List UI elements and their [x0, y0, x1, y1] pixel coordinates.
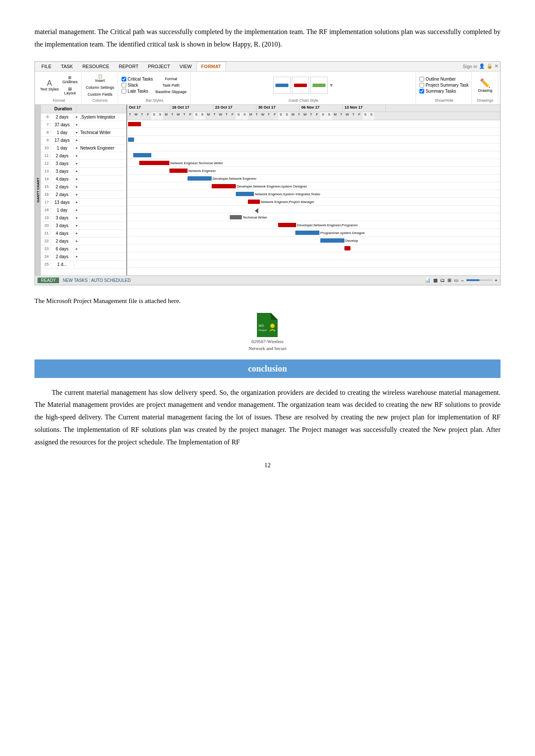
outline-number-checkbox-row[interactable]: Outline Number	[419, 77, 469, 81]
summary-tasks-checkbox-row[interactable]: Summary Tasks	[419, 89, 469, 94]
text-styles-button[interactable]: A Text Styles	[39, 78, 60, 92]
gantt-row-15[interactable]: 15 2 days ▸	[41, 183, 126, 191]
chart-row-20: Programmer,system Designe	[127, 229, 500, 237]
gantt-style-swatch-3[interactable]	[310, 77, 328, 94]
gantt-row-22[interactable]: 22 2 days ▸	[41, 237, 126, 245]
tab-format[interactable]: FORMAT	[197, 62, 226, 71]
bar-15	[236, 192, 254, 196]
status-icon-grid: ▦	[433, 278, 438, 283]
bar-label-11: Network Engineer,Technical Writer	[170, 161, 223, 165]
gridlines-button[interactable]: ⊞ Gridlines	[62, 75, 79, 85]
bar-16	[248, 200, 260, 204]
gantt-row-25[interactable]: 25 1 d...	[41, 261, 126, 269]
gantt-style-swatch-2[interactable]	[292, 77, 309, 94]
project-summary-task-checkbox-row[interactable]: Project Summary Task	[419, 83, 469, 87]
slack-checkbox-row[interactable]: Slack	[122, 83, 153, 87]
gantt-days-row: T W T F S S M T W T F S S M T W T	[127, 112, 500, 119]
status-ready: READY	[38, 278, 59, 283]
critical-tasks-checkbox-row[interactable]: Critical Tasks	[122, 77, 153, 81]
day-F2: F	[188, 112, 194, 119]
tab-view[interactable]: VIEW	[175, 62, 196, 71]
duration-header: Duration	[50, 106, 76, 112]
tab-report[interactable]: REPORT	[114, 62, 144, 71]
gantt-row-13[interactable]: 13 3 days ▸	[41, 168, 126, 175]
tab-resource[interactable]: RESOURCE	[78, 62, 114, 71]
day-M3: M	[248, 112, 254, 119]
gantt-chart-panel: Oct 17 16 Oct 17 23 Oct 17 30 Oct 17 06 …	[127, 105, 500, 275]
status-zoom-plus[interactable]: +	[495, 278, 497, 283]
bar-13	[188, 176, 212, 181]
gantt-row-11[interactable]: 11 2 days ▸	[41, 152, 126, 160]
column-settings-button[interactable]: Column Settings	[85, 84, 115, 91]
gantt-row-19[interactable]: 19 3 days ▸	[41, 214, 126, 222]
summary-tasks-checkbox[interactable]	[419, 89, 424, 94]
gantt-row-6[interactable]: 6 2 days ▸ ,System Integrator	[41, 113, 126, 121]
drawing-icon: ✏️	[480, 78, 491, 88]
show-hide-group: Outline Number Project Summary Task Summ…	[417, 72, 472, 103]
file-label-1: 629567-Wireless	[251, 339, 284, 344]
gantt-row-8[interactable]: 8 1 day ▸ Technical Writer	[41, 129, 126, 137]
gantt-style-swatch-1[interactable]	[273, 77, 291, 94]
tab-file[interactable]: FILE	[37, 62, 56, 71]
bar-12	[169, 169, 188, 173]
status-icon-chart: 📊	[425, 278, 431, 283]
bar-20	[295, 231, 319, 235]
ribbon-tabs: FILE TASK RESOURCE REPORT PROJECT VIEW F…	[35, 62, 500, 72]
slack-checkbox[interactable]	[122, 83, 126, 87]
gantt-row-23[interactable]: 23 6 days ▸	[41, 245, 126, 253]
drawings-group-label: Drawings	[477, 97, 494, 103]
tab-task[interactable]: TASK	[56, 62, 78, 71]
gantt-style-dropdown[interactable]: ▼	[329, 82, 334, 88]
gantt-row-17[interactable]: 17 13 days ▸	[41, 199, 126, 206]
gantt-row-20[interactable]: 20 3 days ▸	[41, 222, 126, 230]
chart-row-9	[127, 144, 500, 151]
project-summary-task-checkbox[interactable]	[419, 83, 424, 87]
custom-fields-button[interactable]: Custom Fields	[85, 91, 115, 97]
gantt-row-24[interactable]: 24 2 days ▸	[41, 253, 126, 261]
day-F5: F	[314, 112, 320, 119]
chart-row-16: Network Engineer,Project Manager	[127, 198, 500, 206]
day-T8: T	[266, 112, 272, 119]
format-button[interactable]: Format	[155, 76, 188, 82]
tab-project[interactable]: PROJECT	[143, 62, 175, 71]
caption-text: The Microsoft Project Management file is…	[34, 296, 501, 306]
gantt-row-10[interactable]: 10 1 day ▸ Network Engineer	[41, 144, 126, 152]
bar-19	[278, 223, 296, 227]
gantt-row-14[interactable]: 14 4 days ▸	[41, 175, 126, 183]
file-icon-box[interactable]: MS Project 629567-Wireless Network and S…	[249, 313, 287, 351]
row-num-header	[41, 108, 50, 109]
status-bar: READY NEW TASKS : AUTO SCHEDULED 📊 ▦ 🗂 ⊞…	[35, 275, 500, 285]
bar-14	[212, 184, 236, 188]
gantt-row-18[interactable]: 18 1 day ▸	[41, 206, 126, 214]
gantt-row-21[interactable]: 21 4 days ▸	[41, 230, 126, 237]
day-T3: T	[169, 112, 175, 119]
baseline-slippage-button[interactable]: Baseline Slippage	[155, 89, 188, 95]
outline-number-checkbox[interactable]	[419, 77, 424, 81]
late-tasks-checkbox[interactable]	[122, 89, 126, 94]
file-icon-svg: MS Project	[257, 313, 278, 337]
bar-8	[128, 137, 134, 142]
day-M5: M	[332, 112, 338, 119]
gantt-row-9[interactable]: 9 17 days ▸	[41, 137, 126, 144]
chart-row-23	[127, 252, 500, 260]
sign-in[interactable]: Sign in 👤 🔒 ✕	[463, 63, 498, 69]
critical-tasks-checkbox[interactable]	[122, 77, 126, 81]
chart-row-24	[127, 260, 500, 268]
bar-styles-group-label: Bar Styles	[146, 97, 163, 103]
status-zoom-minus[interactable]: –	[461, 278, 463, 283]
gantt-row-7[interactable]: 7 37 days ▸	[41, 121, 126, 129]
day-T9: T	[296, 112, 302, 119]
file-label-2: Network and Securi	[249, 346, 287, 351]
insert-button[interactable]: 📋 Insert	[85, 73, 115, 84]
layout-button[interactable]: ▤ Layout	[62, 86, 79, 96]
drawing-button[interactable]: ✏️ Drawing	[477, 77, 493, 94]
task-path-button[interactable]: Task Path	[155, 82, 188, 88]
gantt-row-16[interactable]: 16 2 days ▸	[41, 191, 126, 199]
day-T7: T	[254, 112, 260, 119]
chart-row-7	[127, 128, 500, 136]
bar-11	[139, 161, 169, 165]
gantt-row-12[interactable]: 12 3 days ▸	[41, 160, 126, 168]
day-M2: M	[206, 112, 212, 119]
late-tasks-checkbox-row[interactable]: Late Tasks	[122, 89, 153, 94]
day-F1: F	[145, 112, 151, 119]
